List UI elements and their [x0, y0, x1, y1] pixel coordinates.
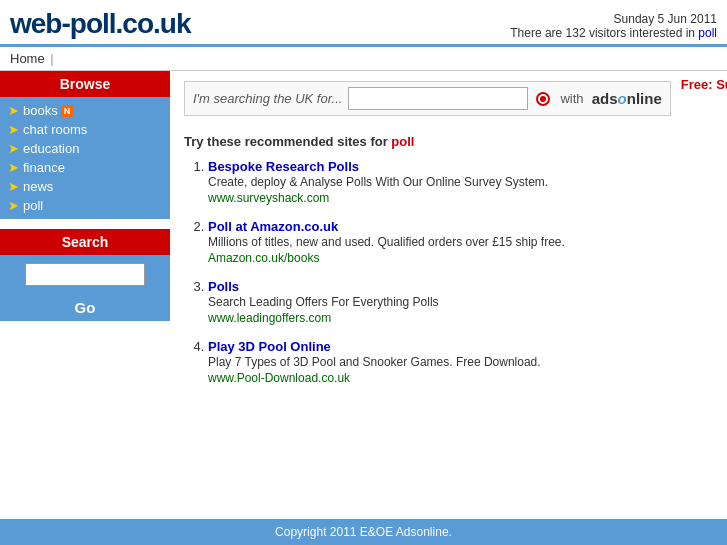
date-info: Sunday 5 Jun 2011 — [510, 12, 717, 26]
go-wrap: Go — [0, 294, 170, 321]
main-layout: Browse ➤booksN➤chat rooms➤education➤fina… — [0, 71, 727, 531]
result-title-link[interactable]: Bespoke Research Polls — [208, 159, 359, 174]
visitor-poll-link[interactable]: poll — [698, 26, 717, 40]
page-footer: Copyright 2011 E&OE Adsonline. — [0, 519, 727, 531]
result-url-link[interactable]: www.leadingoffers.com — [208, 311, 331, 325]
sidebar-item-label: books — [23, 103, 58, 118]
site-title: web-poll.co.uk — [10, 8, 190, 40]
footer-text: Copyright 2011 E&OE Adsonline. — [275, 525, 452, 531]
nav-badge: N — [61, 105, 74, 117]
browse-title: Browse — [0, 71, 170, 97]
home-link[interactable]: Home — [10, 51, 45, 66]
go-button[interactable]: Go — [0, 294, 170, 321]
nav-arrow-icon: ➤ — [8, 122, 19, 137]
result-url-link[interactable]: www.surveyshack.com — [208, 191, 329, 205]
sidebar-item-label: chat rooms — [23, 122, 87, 137]
search-bar-input[interactable] — [348, 87, 528, 110]
header-info: Sunday 5 Jun 2011 There are 132 visitors… — [510, 12, 717, 40]
nav-arrow-icon: ➤ — [8, 198, 19, 213]
result-url-link[interactable]: www.Pool-Download.co.uk — [208, 371, 350, 385]
radio-icon — [536, 92, 550, 106]
search-bar: I'm searching the UK for... with adsonli… — [184, 81, 671, 116]
result-item-2: Poll at Amazon.co.ukMillions of titles, … — [208, 219, 727, 265]
result-item-3: PollsSearch Leading Offers For Everythin… — [208, 279, 727, 325]
sidebar-item-news[interactable]: ➤news — [0, 177, 170, 196]
search-input[interactable] — [25, 263, 145, 286]
sidebar-item-label: education — [23, 141, 79, 156]
result-description: Millions of titles, new and used. Qualif… — [208, 235, 727, 249]
result-title-link[interactable]: Play 3D Pool Online — [208, 339, 331, 354]
sidebar-item-label: news — [23, 179, 53, 194]
result-item-1: Bespoke Research PollsCreate, deploy & A… — [208, 159, 727, 205]
recommended-prefix: Try these recommended sites for — [184, 134, 391, 149]
with-label: with — [560, 91, 583, 106]
result-title-link[interactable]: Polls — [208, 279, 239, 294]
navbar-separator: | — [50, 51, 53, 66]
nav-arrow-icon: ➤ — [8, 160, 19, 175]
result-url-link[interactable]: Amazon.co.uk/books — [208, 251, 319, 265]
sidebar: Browse ➤booksN➤chat rooms➤education➤fina… — [0, 71, 170, 531]
free-submit-promo[interactable]: Free: Submit News & Press Releases here — [681, 76, 727, 112]
search-bar-label: I'm searching the UK for... — [193, 91, 342, 106]
search-title: Search — [0, 229, 170, 255]
nav-arrow-icon: ➤ — [8, 141, 19, 156]
sidebar-item-finance[interactable]: ➤finance — [0, 158, 170, 177]
sidebar-nav: ➤booksN➤chat rooms➤education➤finance➤new… — [0, 97, 170, 219]
results-list: Bespoke Research PollsCreate, deploy & A… — [184, 159, 727, 385]
sidebar-item-books[interactable]: ➤booksN — [0, 101, 170, 120]
navbar: Home | — [0, 47, 727, 71]
result-description: Play 7 Types of 3D Pool and Snooker Game… — [208, 355, 727, 369]
recommended-header: Try these recommended sites for poll — [184, 134, 727, 149]
sidebar-item-education[interactable]: ➤education — [0, 139, 170, 158]
ads-online-logo: adsonline — [588, 90, 662, 107]
result-description: Create, deploy & Analyse Polls With Our … — [208, 175, 727, 189]
nav-arrow-icon: ➤ — [8, 179, 19, 194]
search-body — [0, 255, 170, 294]
visitor-info: There are 132 visitors interested in pol… — [510, 26, 717, 40]
sidebar-item-label: finance — [23, 160, 65, 175]
content-area: I'm searching the UK for... with adsonli… — [170, 71, 727, 531]
page-header: web-poll.co.uk Sunday 5 Jun 2011 There a… — [0, 0, 727, 47]
sidebar-item-chat-rooms[interactable]: ➤chat rooms — [0, 120, 170, 139]
sidebar-item-poll[interactable]: ➤poll — [0, 196, 170, 215]
sidebar-item-label: poll — [23, 198, 43, 213]
result-item-4: Play 3D Pool OnlinePlay 7 Types of 3D Po… — [208, 339, 727, 385]
nav-arrow-icon: ➤ — [8, 103, 19, 118]
result-title-link[interactable]: Poll at Amazon.co.uk — [208, 219, 338, 234]
recommended-keyword-link[interactable]: poll — [391, 134, 414, 149]
result-description: Search Leading Offers For Everything Pol… — [208, 295, 727, 309]
